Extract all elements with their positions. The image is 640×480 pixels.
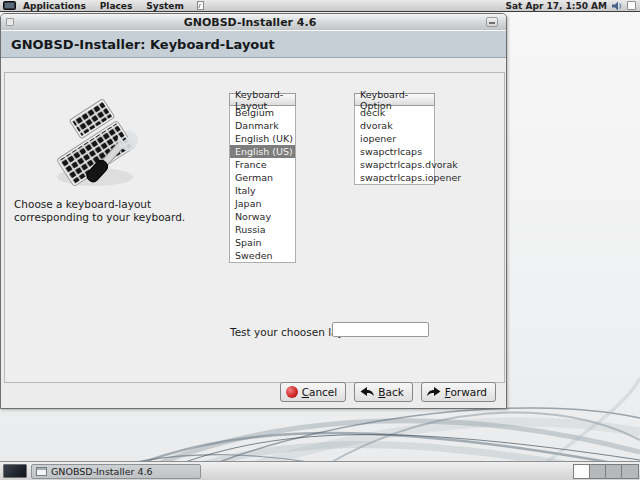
- computer-icon[interactable]: [3, 1, 16, 10]
- list-item[interactable]: Russia: [230, 223, 295, 236]
- back-arrow-icon: [360, 387, 374, 397]
- test-layout-input[interactable]: [332, 322, 429, 337]
- volume-icon[interactable]: [611, 1, 623, 11]
- panel-clock[interactable]: Sat Apr 17, 1:50 AM: [506, 1, 608, 11]
- menu-applications[interactable]: Applications: [16, 0, 93, 12]
- workspace-switcher: [573, 464, 639, 479]
- list-item[interactable]: swapctrlcaps: [355, 145, 434, 158]
- document-icon[interactable]: [197, 1, 204, 10]
- back-button[interactable]: Back: [354, 382, 413, 402]
- top-panel: Applications Places System Sat Apr 17, 1…: [0, 0, 640, 12]
- list-item[interactable]: German: [230, 171, 295, 184]
- keyboard-option-list: Keyboard-Option declkdvorakiopenerswapct…: [354, 93, 435, 185]
- list-item[interactable]: English (US): [230, 145, 295, 158]
- workspace-1[interactable]: [574, 465, 590, 478]
- taskbar-task-label: GNOBSD-Installer 4.6: [51, 466, 153, 477]
- keyboard-layout-list-header[interactable]: Keyboard-Layout: [229, 93, 296, 106]
- forward-arrow-icon: [427, 387, 441, 397]
- keyboard-option-list-header[interactable]: Keyboard-Option: [354, 93, 435, 106]
- forward-button[interactable]: Forward: [421, 382, 496, 402]
- keyboard-illustration: [45, 99, 145, 195]
- list-item[interactable]: iopener: [355, 132, 434, 145]
- window-title: GNOBSD-Installer 4.6: [14, 16, 486, 29]
- list-item[interactable]: swapctrlcaps.iopener: [355, 171, 434, 184]
- list-item[interactable]: Norway: [230, 210, 295, 223]
- display-tray-icon[interactable]: [627, 1, 636, 10]
- list-item[interactable]: English (UK): [230, 132, 295, 145]
- list-item[interactable]: Spain: [230, 236, 295, 249]
- list-item[interactable]: Japan: [230, 197, 295, 210]
- taskbar-task-button[interactable]: GNOBSD-Installer 4.6: [31, 464, 201, 479]
- cancel-icon: [286, 386, 298, 398]
- menu-places[interactable]: Places: [93, 0, 140, 12]
- content-area: Choose a keyboard-layout corresponding t…: [4, 72, 505, 383]
- workspace-3[interactable]: [606, 465, 622, 478]
- page-title: GNOBSD-Installer: Keyboard-Layout: [1, 31, 506, 58]
- list-item[interactable]: Danmark: [230, 119, 295, 132]
- workspace-4[interactable]: [622, 465, 638, 478]
- window-menu-icon[interactable]: [6, 18, 14, 26]
- list-item[interactable]: swapctrlcaps.dvorak: [355, 158, 434, 171]
- cancel-button[interactable]: Cancel: [280, 382, 347, 402]
- description-text: Choose a keyboard-layout corresponding t…: [14, 198, 185, 224]
- show-desktop-icon[interactable]: [3, 464, 27, 478]
- list-item[interactable]: France: [230, 158, 295, 171]
- menu-system[interactable]: System: [139, 0, 191, 12]
- installer-window: GNOBSD-Installer 4.6 GNOBSD-Installer: K…: [0, 13, 507, 409]
- taskbar: GNOBSD-Installer 4.6: [0, 461, 640, 480]
- keyboard-layout-list: Keyboard-Layout BelgiumDanmarkEnglish (U…: [229, 93, 296, 263]
- window-icon: [36, 467, 47, 476]
- list-item[interactable]: Sweden: [230, 249, 295, 262]
- window-titlebar[interactable]: GNOBSD-Installer 4.6: [1, 14, 506, 31]
- minimize-button[interactable]: [486, 17, 498, 27]
- workspace-2[interactable]: [590, 465, 606, 478]
- list-item[interactable]: Italy: [230, 184, 295, 197]
- list-item[interactable]: dvorak: [355, 119, 434, 132]
- dialog-buttons: Cancel Back Forward: [280, 382, 496, 402]
